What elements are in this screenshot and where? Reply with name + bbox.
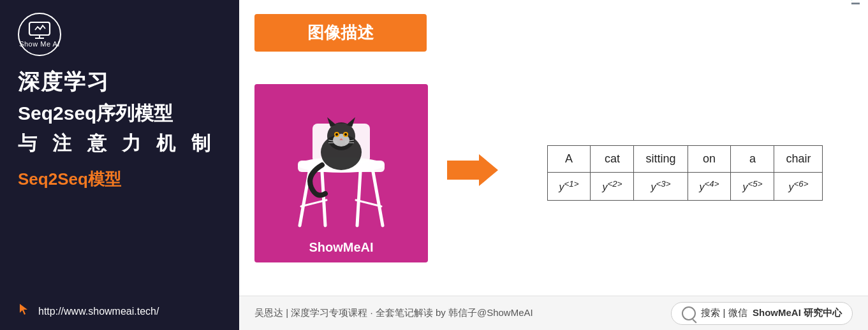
cat-label: ShowMeAI xyxy=(309,240,373,255)
token-1: y<1> xyxy=(547,173,591,200)
logo-text-under: Show Me AI xyxy=(19,40,60,48)
logo-icon xyxy=(28,21,51,39)
logo-area: Show Me AI xyxy=(18,13,61,56)
sidebar-subtitle: Seq2Seq模型 xyxy=(18,168,121,190)
svg-line-9 xyxy=(322,172,325,226)
word-sitting: sitting xyxy=(634,146,688,173)
sidebar-title-dl: 深度学习 xyxy=(18,68,110,97)
table-row-tokens: y<1> y<2> y<3> y<4> y<5> y<6> xyxy=(547,173,823,200)
word-a2: a xyxy=(731,146,774,173)
sidebar: Show Me AI 深度学习 Seq2seq序列模型 与 注 意 力 机 制 … xyxy=(0,0,239,330)
search-icon xyxy=(682,306,696,320)
output-table-wrap: A cat sitting on a chair y<1> y<2> y<3> … xyxy=(517,145,853,200)
logo-circle: Show Me AI xyxy=(18,13,61,56)
arrow-right xyxy=(447,151,498,196)
content-area: 图像描述 xyxy=(239,0,868,296)
cat-image-card: ShowMeAI xyxy=(254,84,428,262)
token-2: y<2> xyxy=(591,173,634,200)
cat-card-inner xyxy=(254,84,428,262)
svg-line-8 xyxy=(373,172,383,226)
svg-point-20 xyxy=(335,133,338,136)
search-box[interactable]: 搜索 | 微信 ShowMeAI 研究中心 xyxy=(671,302,853,325)
word-cat: cat xyxy=(591,146,634,173)
sidebar-url-area: http://www.showmeai.tech/ xyxy=(18,303,159,320)
img-desc-label: 图像描述 xyxy=(254,14,427,52)
search-text: 搜索 | 微信 ShowMeAI 研究中心 xyxy=(701,307,842,319)
svg-marker-27 xyxy=(447,154,498,186)
word-chair: chair xyxy=(774,146,823,173)
token-3: y<3> xyxy=(634,173,688,200)
output-table: A cat sitting on a chair y<1> y<2> y<3> … xyxy=(547,145,823,200)
word-a: A xyxy=(547,146,591,173)
sidebar-title-seq: Seq2seq序列模型 xyxy=(18,101,173,127)
token-4: y<4> xyxy=(688,173,731,200)
cat-chair-svg xyxy=(274,104,408,241)
bottom-credits: 吴恩达 | 深度学习专项课程 · 全套笔记解读 by 韩信子@ShowMeAI xyxy=(254,307,533,319)
sidebar-title-attn: 与 注 意 力 机 制 xyxy=(18,131,216,157)
token-6: y<6> xyxy=(774,173,823,200)
table-row-words: A cat sitting on a chair xyxy=(547,146,823,173)
word-on: on xyxy=(688,146,731,173)
svg-marker-3 xyxy=(20,304,27,315)
token-5: y<5> xyxy=(731,173,774,200)
svg-line-10 xyxy=(357,172,360,226)
sidebar-url: http://www.showmeai.tech/ xyxy=(38,306,159,317)
svg-point-21 xyxy=(344,133,347,136)
main-content: ShowMeAI 图像描述 xyxy=(239,0,868,330)
cursor-icon xyxy=(18,303,32,320)
bottom-bar: 吴恩达 | 深度学习专项课程 · 全套笔记解读 by 韩信子@ShowMeAI … xyxy=(239,296,868,330)
diagram-row: ShowMeAI A cat sitting on a chair xyxy=(254,57,853,296)
